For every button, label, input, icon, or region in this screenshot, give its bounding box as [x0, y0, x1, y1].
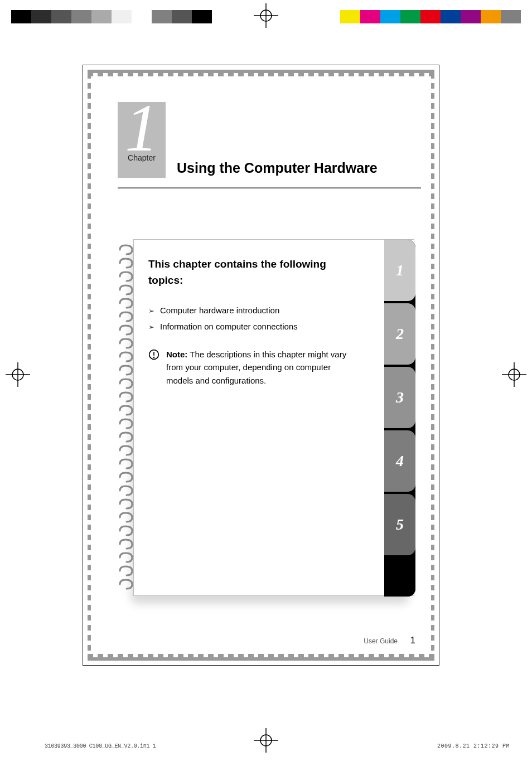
content-panel: 1 2 3 4 5 This chapter contains the foll… [122, 239, 417, 603]
slug-filename: 31039393_3000 C100_UG_EN_V2.0.in1 1 [45, 743, 156, 749]
chapter-tab-1: 1 [384, 240, 415, 301]
alert-icon [148, 348, 159, 387]
slug-timestamp: 2009.8.21 2:12:29 PM [437, 743, 510, 749]
title-rule [118, 187, 421, 189]
list-item: Information on computer connections [148, 319, 397, 335]
chapter-number: 1 [118, 96, 166, 160]
topic-list: Computer hardware introduction Informati… [148, 303, 397, 334]
spiral-binding-icon [118, 244, 134, 590]
chapter-tabs: 1 2 3 4 5 [384, 240, 415, 597]
note-body: The descriptions in this chapter might v… [166, 350, 346, 385]
registration-mark-icon [6, 362, 30, 387]
color-bar-right [320, 10, 521, 23]
color-bar-left [11, 10, 212, 23]
registration-mark-icon [254, 3, 278, 28]
print-slug: 31039393_3000 C100_UG_EN_V2.0.in1 1 2009… [45, 743, 510, 749]
topic-text: Information on computer connections [160, 319, 298, 335]
registration-mark-icon [502, 362, 526, 387]
svg-point-14 [153, 357, 155, 358]
topic-text: Computer hardware introduction [160, 303, 279, 319]
footer-page-number: 1 [410, 635, 415, 646]
list-item: Computer hardware introduction [148, 303, 397, 319]
chapter-tab-3: 3 [384, 367, 415, 428]
note-text: Note: The descriptions in this chapter m… [166, 348, 358, 387]
chapter-tab-4: 4 [384, 430, 415, 492]
note-label: Note: [166, 350, 187, 359]
note-block: Note: The descriptions in this chapter m… [148, 348, 397, 387]
chapter-badge: 1 Chapter [118, 102, 166, 178]
chapter-tab-5: 5 [384, 494, 415, 555]
chapter-tab-2: 2 [384, 303, 415, 365]
footer-label: User Guide [364, 637, 398, 645]
chapter-title: Using the Computer Hardware [177, 160, 378, 176]
panel-heading: This chapter contains the following topi… [148, 256, 397, 288]
page-frame: 1 Chapter Using the Computer Hardware 1 … [83, 65, 439, 666]
